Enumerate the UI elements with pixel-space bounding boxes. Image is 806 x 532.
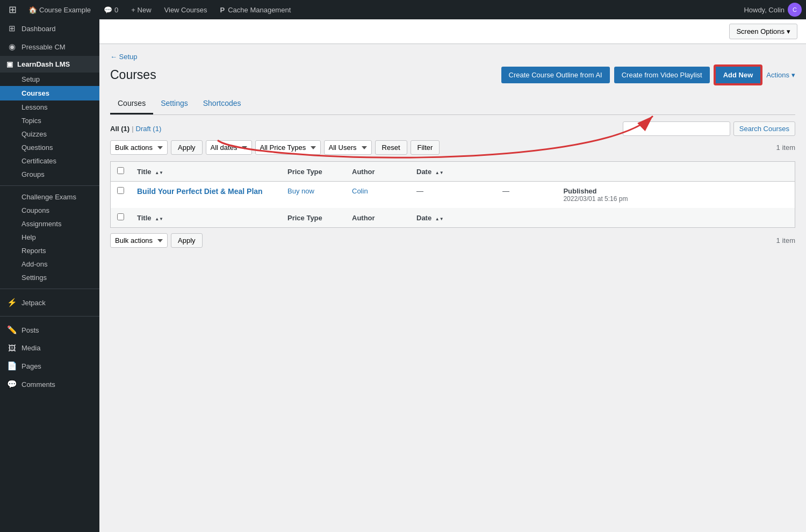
header-actions: Create Course Outline from AI Create fro… (501, 65, 795, 85)
footer-select-all-checkbox[interactable] (117, 213, 124, 220)
status-draft[interactable]: Draft (1) (136, 125, 162, 133)
th-checkbox (111, 162, 131, 182)
pages-icon: 📄 (6, 361, 17, 371)
create-ai-button[interactable]: Create Course Outline from AI (501, 67, 610, 83)
tab-settings[interactable]: Settings (153, 94, 196, 114)
actions-button[interactable]: Actions ▾ (766, 71, 795, 79)
sidebar-item-dashboard[interactable]: ⊞ Dashboard (0, 19, 99, 38)
media-icon: 🖼 (6, 343, 17, 353)
row-checkbox[interactable] (117, 187, 124, 194)
footer-title-sort-icon: ▲▼ (155, 217, 163, 221)
tf-author: Author (346, 208, 410, 228)
sidebar-item-questions[interactable]: Questions (0, 141, 99, 154)
adminbar-site-name[interactable]: 🏠 Course Example (23, 6, 96, 14)
back-link[interactable]: ← Setup (110, 53, 138, 61)
sidebar-item-add-ons[interactable]: Add-ons (0, 257, 99, 271)
screen-options-bar: Screen Options ▾ (99, 19, 806, 44)
sidebar-item-groups[interactable]: Groups (0, 168, 99, 181)
select-all-checkbox[interactable] (117, 167, 124, 174)
tf-price-type: Price Type (281, 208, 346, 228)
sidebar-item-media[interactable]: 🖼 Media (0, 339, 99, 357)
sidebar-item-setup[interactable]: Setup (0, 73, 99, 86)
all-price-types-select[interactable]: All Price Types (255, 140, 321, 155)
adminbar-view-courses[interactable]: View Courses (159, 6, 213, 14)
sidebar-item-assignments[interactable]: Assignments (0, 217, 99, 231)
row-dash1-cell: — (410, 182, 496, 209)
sidebar-item-reports[interactable]: Reports (0, 244, 99, 257)
jetpack-icon: ⚡ (6, 298, 17, 307)
bottom-apply-button[interactable]: Apply (171, 233, 203, 248)
sidebar-item-posts[interactable]: ✏️ Posts (0, 321, 99, 339)
sidebar-item-challenge-exams[interactable]: Challenge Exams (0, 190, 99, 204)
adminbar-cache-management[interactable]: P Cache Management (215, 6, 297, 14)
all-users-select[interactable]: All Users (324, 140, 372, 155)
tf-status (557, 208, 795, 228)
search-courses-button[interactable]: Search Courses (733, 121, 795, 136)
filter-button[interactable]: Filter (411, 140, 440, 155)
adminbar-new[interactable]: + New (126, 6, 156, 14)
sidebar-item-certificates[interactable]: Certificates (0, 154, 99, 168)
sidebar-item-topics[interactable]: Topics (0, 114, 99, 127)
sidebar-item-help[interactable]: Help (0, 231, 99, 244)
posts-icon: ✏️ (6, 325, 17, 335)
title-sort-icon: ▲▼ (155, 171, 163, 175)
sidebar-item-coupons[interactable]: Coupons (0, 204, 99, 217)
table-header-row: Title ▲▼ Price Type Author Date ▲▼ (111, 162, 795, 182)
table-footer-row: Title ▲▼ Price Type Author Date ▲▼ (111, 208, 795, 228)
sidebar-item-quizzes[interactable]: Quizzes (0, 127, 99, 141)
sidebar-item-comments[interactable]: 💬 Comments (0, 375, 99, 393)
chevron-down-icon: ▾ (791, 71, 795, 79)
pressable-cm-icon: ◉ (6, 42, 17, 52)
publish-date: 2022/03/01 at 5:16 pm (563, 195, 788, 203)
learndash-lms-header[interactable]: ▣ LearnDash LMS (0, 56, 99, 73)
status-badge: Published (563, 187, 788, 195)
chevron-down-icon: ▾ (787, 27, 790, 35)
tf-extra1 (496, 208, 557, 228)
courses-table: Title ▲▼ Price Type Author Date ▲▼ (110, 161, 795, 228)
bottom-items-count: 1 item (776, 236, 795, 245)
sidebar-item-courses[interactable]: Courses (0, 86, 99, 100)
tab-shortcodes[interactable]: Shortcodes (196, 94, 249, 114)
th-date[interactable]: Date ▲▼ (410, 162, 496, 182)
main-content: Screen Options ▾ ← Setup Courses Create … (99, 19, 806, 532)
price-type-link[interactable]: Buy now (287, 187, 314, 195)
status-separator: | (132, 125, 133, 133)
author-link[interactable]: Colin (352, 187, 368, 195)
date-sort-icon: ▲▼ (435, 171, 444, 175)
row-status-cell: Published 2022/03/01 at 5:16 pm (557, 182, 795, 209)
screen-options-button[interactable]: Screen Options ▾ (729, 24, 797, 39)
tf-date[interactable]: Date ▲▼ (410, 208, 496, 228)
apply-button[interactable]: Apply (171, 140, 203, 155)
tab-courses[interactable]: Courses (110, 94, 153, 114)
reset-button[interactable]: Reset (375, 140, 407, 155)
search-box: Search Courses (623, 121, 795, 136)
adminbar-comments[interactable]: 💬 0 (98, 6, 124, 14)
status-links: All (1) | Draft (1) (110, 125, 623, 133)
footer-date-sort-icon: ▲▼ (435, 217, 444, 221)
tf-title[interactable]: Title ▲▼ (131, 208, 281, 228)
sidebar-item-settings[interactable]: Settings (0, 271, 99, 284)
items-count: 1 item (776, 143, 795, 152)
create-video-button[interactable]: Create from Video Playlist (614, 67, 710, 83)
sidebar-item-jetpack[interactable]: ⚡ Jetpack (0, 293, 99, 312)
bulk-actions-select[interactable]: Bulk actions (110, 140, 168, 155)
page-title: Courses (110, 68, 501, 82)
wp-logo-icon: ⊞ (4, 4, 21, 16)
th-title[interactable]: Title ▲▼ (131, 162, 281, 182)
sidebar-item-pressable-cm[interactable]: ◉ Pressable CM (0, 38, 99, 56)
pressable-icon: P (220, 6, 225, 14)
status-all[interactable]: All (1) (110, 125, 129, 133)
th-price-type: Price Type (281, 162, 346, 182)
tf-checkbox (111, 208, 131, 228)
sidebar-item-pages[interactable]: 📄 Pages (0, 357, 99, 375)
row-dash2-cell: — (496, 182, 557, 209)
bottom-bulk-actions-select[interactable]: Bulk actions (110, 233, 168, 248)
row-price-type-cell: Buy now (281, 182, 346, 209)
sidebar-item-lessons[interactable]: Lessons (0, 100, 99, 114)
bottom-filters-row: Bulk actions Apply 1 item (110, 233, 795, 248)
filters-row: Bulk actions Apply All dates All Price T… (110, 140, 795, 155)
course-title-link[interactable]: Build Your Perfect Diet & Meal Plan (137, 187, 275, 196)
add-new-button[interactable]: Add New (714, 65, 762, 85)
search-input[interactable] (623, 121, 730, 136)
all-dates-select[interactable]: All dates (206, 140, 252, 155)
